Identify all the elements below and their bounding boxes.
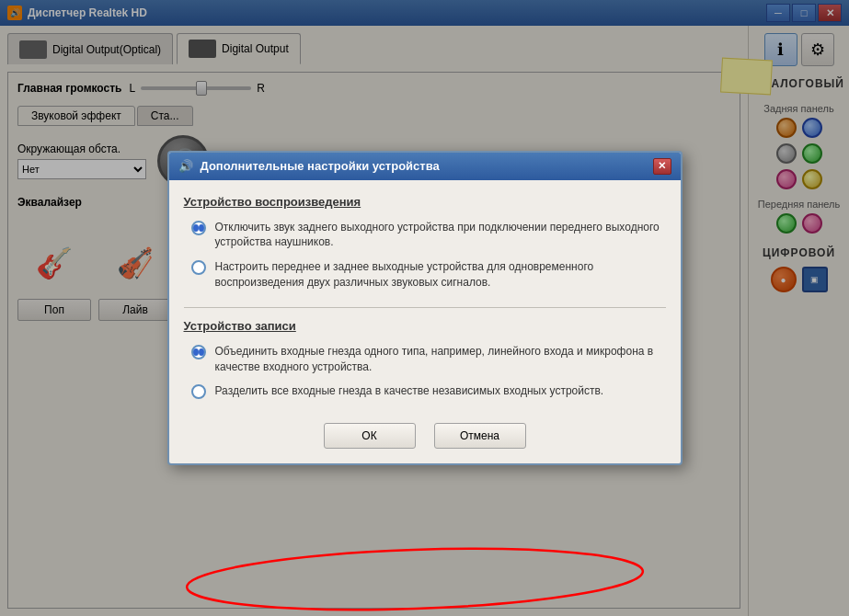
radio-mute-back-text: Отключить звук заднего выходного устройс… [215, 220, 666, 251]
modal-title: Дополнительные настройки устройства [201, 159, 440, 173]
modal-dialog: 🔊 Дополнительные настройки устройства ✕ … [167, 151, 683, 466]
red-oval-annotation [180, 544, 705, 616]
radio-both-text: Настроить переднее и заднее выходные уст… [215, 259, 666, 291]
radio-separate[interactable] [191, 384, 206, 399]
recording-title: Устройство записи [184, 319, 666, 333]
modal-footer: ОК Отмена [184, 416, 666, 449]
cancel-button[interactable]: Отмена [434, 423, 526, 449]
ok-button[interactable]: ОК [324, 423, 416, 449]
playback-section: Устройство воспроизведения Отключить зву… [184, 195, 666, 291]
recording-radio-group: Объединить входные гнезда одного типа, н… [184, 344, 666, 400]
radio-item-separate: Разделить все входные гнезда в качестве … [191, 383, 666, 399]
radio-item-combine: Объединить входные гнезда одного типа, н… [191, 344, 666, 375]
modal-title-bar: 🔊 Дополнительные настройки устройства ✕ [169, 153, 681, 180]
radio-mute-back[interactable] [191, 221, 206, 235]
radio-both[interactable] [191, 260, 206, 275]
svg-point-0 [186, 544, 644, 616]
modal-separator [184, 307, 666, 308]
playback-radio-group: Отключить звук заднего выходного устройс… [184, 220, 666, 291]
recording-section: Устройство записи Объединить входные гне… [184, 319, 666, 400]
modal-close-button[interactable]: ✕ [653, 158, 671, 175]
modal-title-icon: 🔊 [178, 159, 193, 173]
radio-separate-text: Разделить все входные гнезда в качестве … [215, 383, 604, 399]
modal-overlay: 🔊 Дополнительные настройки устройства ✕ … [0, 0, 849, 616]
radio-item-both: Настроить переднее и заднее выходные уст… [191, 259, 666, 291]
radio-item-mute-back: Отключить звук заднего выходного устройс… [191, 220, 666, 251]
radio-fill [193, 224, 199, 232]
radio-combine[interactable] [191, 345, 206, 359]
radio-fill-2 [193, 348, 199, 356]
radio-combine-text: Объединить входные гнезда одного типа, н… [215, 344, 666, 375]
modal-body: Устройство воспроизведения Отключить зву… [169, 180, 681, 464]
playback-title: Устройство воспроизведения [184, 195, 666, 209]
